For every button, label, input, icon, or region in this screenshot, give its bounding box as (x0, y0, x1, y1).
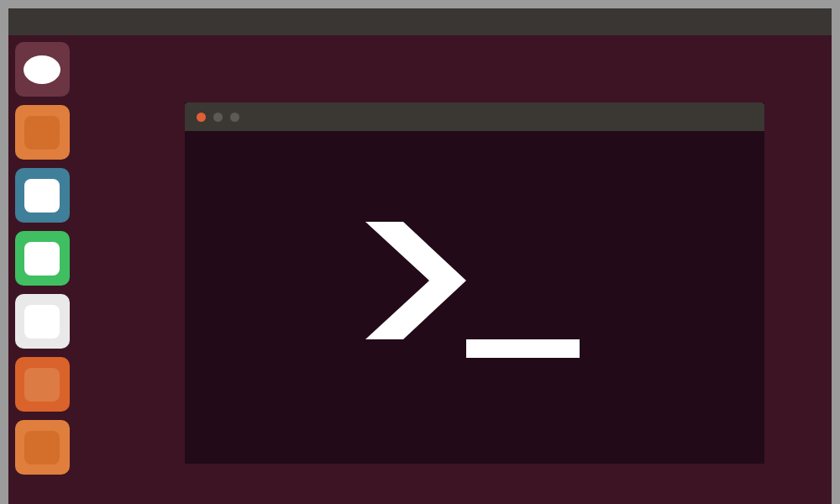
app-blue-icon (24, 179, 60, 213)
prompt-chevron-icon (365, 222, 475, 339)
launcher-item-app-orange2[interactable] (15, 357, 70, 412)
terminal-body[interactable] (185, 131, 764, 464)
prompt-cursor-icon (466, 339, 580, 358)
svg-marker-0 (365, 222, 466, 339)
launcher-item-app-green[interactable] (15, 231, 70, 286)
app-white-icon (24, 305, 60, 339)
launcher-item-app-blue[interactable] (15, 168, 70, 223)
terminal-window[interactable] (185, 102, 764, 464)
app-orange2-icon (24, 368, 60, 402)
app-green-icon (24, 242, 60, 276)
app-orange3-icon (24, 431, 60, 465)
launcher-item-app-orange[interactable] (15, 105, 70, 160)
window-maximize-button[interactable] (230, 113, 239, 122)
launcher-item-dash-home[interactable] (15, 42, 70, 97)
monitor-frame (0, 0, 840, 504)
launcher-item-app-orange3[interactable] (15, 420, 70, 475)
app-orange-icon (24, 116, 60, 150)
top-menu-bar[interactable] (8, 8, 832, 35)
desktop-screen (8, 8, 832, 504)
desktop-area[interactable] (76, 35, 832, 504)
window-minimize-button[interactable] (213, 113, 223, 122)
launcher-item-app-white[interactable] (15, 294, 70, 349)
terminal-titlebar[interactable] (185, 102, 764, 131)
dash-home-icon (24, 55, 60, 84)
launcher-dock (8, 35, 76, 504)
window-close-button[interactable] (197, 113, 206, 122)
terminal-prompt-graphic (365, 222, 584, 373)
